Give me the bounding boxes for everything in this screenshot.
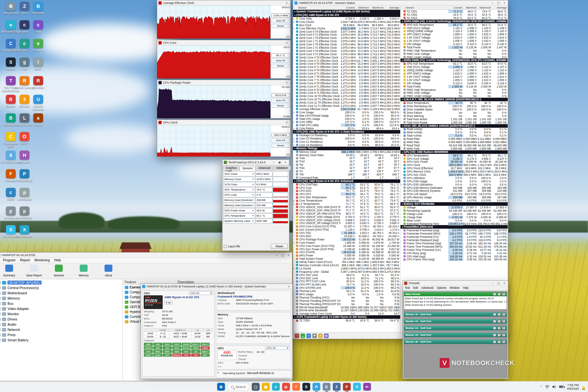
reset-button[interactable]: Reset (271, 24, 290, 28)
sensor-row-cpu-ppt-slow-limit[interactable]: CPU PPT SLOW Limit74.7 %16.0 %100.0 %80.… (293, 283, 400, 286)
grid-icon[interactable]: ▦ (324, 334, 329, 338)
sensor-row-1-0v-vout-voltage[interactable]: 1.0V VOUT Voltage1.005 V0.990 V1.010 V1.… (400, 78, 508, 82)
sensor-row-read-activity[interactable]: Read Activity0.4 %0.0 %9.2 %0.1 % (400, 128, 508, 131)
sensor-row-zen5-core-3-t1-effective-clock[interactable]: Zen5 Core 3 T1 Effective Clock3,078.4 MH… (293, 53, 400, 56)
sensor-row-trp[interactable]: Trp16 T16 T46 T30 T (293, 163, 400, 166)
sensor-row-zen5c-core-10-t1-effective-clock[interactable]: Zen5c Core 10 T1 Effective Clock2,273.4 … (293, 98, 400, 101)
sensor-row-1-0v-vout-voltage[interactable]: 1.0V VOUT Voltage1.005 V1.005 V1.010 V1.… (400, 39, 508, 42)
gear-icon[interactable]: ✱ (312, 334, 317, 338)
sensor-row-core-clocks[interactable]: ▸Core Clocks2,526.7 MHz1,576.5 MHz4,831.… (293, 20, 400, 24)
desktop-icon-ricochet[interactable]: RRicochet (28, 76, 48, 89)
expand-icon[interactable]: + (0, 286, 1, 289)
close-icon[interactable]: × (502, 320, 505, 323)
close-icon[interactable]: × (502, 327, 505, 330)
prime95-titlebar[interactable]: Prime95 – ▢ × (403, 281, 508, 286)
sensor-row-zen5c-core-9-t1-effective-clock[interactable]: Zen5c Core 9 T1 Effective Clock2,273.4 M… (293, 91, 400, 94)
sensor-row-trcd[interactable]: Trcd16 T16 T46 T30 T (293, 160, 400, 163)
sensor-row-zen5c-core-5-t0-effective-clock[interactable]: Zen5c Core 5 T0 Effective Clock2,273.4 M… (293, 62, 400, 65)
desktop-icon-amold[interactable]: aamold (28, 113, 48, 126)
close-icon[interactable]: × (502, 1, 507, 5)
sensor-row-cpu-vddcr-sr-voltage-svi3-tfn[interactable]: CPU VDDCR_SR Voltage (SVI3 TFN)0.653 V0.… (293, 221, 400, 225)
menu-program[interactable]: Program (3, 258, 15, 263)
sensor-row-pmic-under-voltage[interactable]: PMIC Under VoltageNoNoNo0 % (400, 56, 508, 59)
sensor-section-drive-wd-black-sn850x-1000gb-24253y802160-c[interactable]: ▾Drive: WD_BLACK SN850X 1000GB (24253Y80… (400, 124, 508, 128)
close-icon[interactable]: × (286, 253, 291, 257)
sensor-row-max-cpu-thread-usage[interactable]: Max CPU/Thread Usage100.0 %6.7 %100.0 %9… (293, 114, 400, 117)
sensor-row-core-vids[interactable]: ▸Core VIDs0.763 V0.320 V1.195 V0.810 V (293, 17, 400, 20)
graph-titlebar[interactable]: GPU Clock × (157, 120, 290, 125)
speaker-icon[interactable] (552, 385, 556, 389)
sensor-row-zen5c-core-11-t0-effective-clock[interactable]: Zen5c Core 11 T0 Effective Clock2,273.4 … (293, 101, 400, 104)
sensor-row-core-c6-residency[interactable]: ▸Core C6 Residency0.0 %0.0 %99.6 %10.2 % (293, 143, 400, 147)
sensor-row-infinity-fabric-clock-fclk[interactable]: Infinity Fabric Clock (FCLK)783.4 MHz499… (293, 260, 400, 264)
sensor-row-zen5c-core-10-t0-effective-clock[interactable]: Zen5c Core 10 T0 Effective Clock2,273.4 … (293, 94, 400, 98)
sensor-row-cpu-soc-power-svi3-tfn[interactable]: CPU SoC Power (SVI3 TFN)0.768 W0.466 W1.… (293, 248, 400, 251)
sensor-row-package-c6-residency[interactable]: Package C6 Residency0.0 %0.0 %52.9 %4.5 … (293, 134, 400, 137)
sensor-row-framerate-presented-avg[interactable]: Framerate Presented (avg)6.4 FPS5.5 FPS1… (400, 229, 508, 232)
gpuz-titlebar[interactable]: TechPowerUp GPU-Z 2.64.0 – ◉ × (222, 160, 289, 165)
sensor-row-cpu-core-power-svi3-tfn[interactable]: CPU Core Power (SVI3 TFN)24.490 W2.326 W… (293, 244, 400, 248)
gauge-icon[interactable]: ◔ (295, 334, 299, 338)
sensor-row-total-host-reads[interactable]: Total Host Reads1,065 GB1,065 GB1,065 GB… (400, 121, 508, 124)
taskbar-hwinfo-icon[interactable]: H (312, 383, 320, 391)
gpuz-sensor-selector[interactable]: System Memory Used▼ (223, 219, 255, 223)
tree-item-bus[interactable]: +Bus (0, 301, 122, 306)
sensor-row-zen5c-core-11-t1-effective-clock[interactable]: Zen5c Core 11 T1 Effective Clock2,273.4 … (293, 104, 400, 107)
gpuz-sensor-selector[interactable]: Memory Used (Dedicated)▼ (223, 198, 255, 203)
expand-icon[interactable]: + (0, 307, 1, 310)
gpuz-sensor-selector[interactable]: SOC Temperature▼ (223, 187, 255, 192)
gpuz-reset-button[interactable]: Reset (271, 244, 288, 249)
sensor-row-zen5-core-2-t0-effective-clock[interactable]: Zen5 Core 2 T0 Effective Clock3,078.4 MH… (293, 43, 400, 46)
sensor-row-framerate-presented-99[interactable]: Framerate Presented (99%)125.1 FPS62.7 F… (400, 232, 508, 235)
taskbar-steam-icon[interactable]: S (302, 383, 310, 391)
close-icon[interactable]: × (502, 334, 505, 336)
gpuz-tab-graphics-card[interactable]: Graphics Card (223, 166, 239, 170)
sensor-section-battery-nvt-frangwa[interactable]: ▾Battery: NVT FRANGWA (400, 202, 508, 206)
sensor-row-tcas[interactable]: Tcas22 T22 T46 T34 T (293, 157, 400, 160)
prime95-main-thread-window[interactable]: Main thread _ □ × [Main thread Apr 8 19:… (404, 292, 507, 310)
prime95-menu-help[interactable]: Help (463, 286, 468, 290)
reset-button[interactable]: Reset (271, 64, 290, 68)
desktop-icon-ubisoft-connect[interactable]: UUbisoft Connect (28, 95, 48, 111)
sensor-row-gpu-clock-effective[interactable]: GPU Clock (Effective)18.7 MHz18.6 MHz422… (400, 167, 508, 170)
sensor-row-pmic-over-voltage[interactable]: PMIC Over VoltageNoNoNo0 % (400, 91, 508, 94)
minimize-icon[interactable]: – (490, 282, 495, 285)
sensor-row-core-utility[interactable]: ▸Core Utility127.3 %0.1 %186.0 %112.8 % (293, 121, 400, 124)
close-icon[interactable]: × (502, 313, 505, 316)
sensor-row-gpu-core-voltage[interactable]: GPU Core Voltage0.196 V0.175 V0.858 V0.2… (400, 157, 508, 160)
sensor-row-total-activity[interactable]: Total Activity0.4 %0.0 %9.6 %0.2 % (400, 134, 508, 137)
sensor-row-thermal-throttling-htc[interactable]: Thermal Throttling (HTC)NoNoNo0 % (293, 296, 400, 299)
sensor-row-l3-clocks[interactable]: ▸L3 Clocks2,668.2 MHz1,874.5 MHz4,482.5 … (293, 267, 400, 270)
worker-window-worker-2-self-test[interactable]: Worker #2 - Self-Test_□× (404, 312, 507, 317)
sensor-section-ddr5-dimm-0-a-data-technology-ad5s560016g-sfw-p0-channel-a-dimm-0[interactable]: ▾DDR5 DIMM [#0]: A-DATA Technology AD5S5… (400, 20, 508, 23)
taskbar-start-icon[interactable]: ⊞ (217, 383, 225, 391)
sensor-row-frame-time-presented-1[interactable]: Frame Time Presented (1%)8.00 ms5.38 ms1… (400, 248, 508, 252)
desktop-icon-emage[interactable]: eemage (28, 39, 48, 52)
desktop-icon-occt[interactable]: OOCCT (14, 132, 35, 145)
gpuz-sensor-selector[interactable]: CPU Temperature▼ (223, 213, 255, 218)
sensor-row-zen5c-core-5-t1-effective-clock[interactable]: Zen5c Core 5 T1 Effective Clock2,273.4 M… (293, 65, 400, 69)
log-to-file-checkbox[interactable]: Log to file (224, 245, 240, 248)
sensor-row-vin-voltage[interactable]: VIN Voltage5.110 V5.040 V5.180 V5.119 V (400, 82, 508, 85)
sensor-row-pmic-high-temperature[interactable]: PMIC High TemperatureNoNoNo0 % (400, 49, 508, 52)
taskbar-task-view-icon[interactable]: ▢ (252, 383, 259, 391)
sensor-section-presentmon-dwm-exe[interactable]: ▾PresentMon [dwm.exe] (400, 225, 508, 229)
gpuz-sensor-selector[interactable]: GPU Clock▼ (223, 172, 255, 176)
sensor-row-average-effective-clock[interactable]: Average Effective Clock2,541.5 MHz51.7 M… (293, 107, 400, 111)
maximize-icon[interactable]: ▢ (280, 253, 285, 257)
toolbar-summary[interactable]: Summary (0, 265, 20, 278)
sensor-row-core-effective-clocks[interactable]: ▸Core Effective Clocks2,541.5 MHz2.3 MHz… (293, 27, 400, 30)
tree-item-smart-battery[interactable]: +Smart Battery (0, 337, 122, 343)
sensor-row-zen5-core-3-t0-effective-clock[interactable]: Zen5 Core 3 T0 Effective Clock3,078.4 MH… (293, 49, 400, 53)
sensor-row-cpu-tdc-limit[interactable]: CPU TDC Limit58.0 %5.2 %84.7 %54.3 % (293, 273, 400, 277)
minimize-icon[interactable]: _ (493, 334, 496, 336)
sensor-row-cpu-vddcr-sr-vrm-svi3-tfn[interactable]: CPU VDDCR_SR VRM (SVI3 TFN)56.0 °C44.0 °… (293, 212, 400, 215)
tree-item-audio[interactable]: +Audio (0, 322, 122, 327)
sensor-section-gpu-0-amd-radeon-880m-890m[interactable]: ▾GPU [#0]: AMD Radeon 880M/890M (400, 150, 508, 154)
sensor-row-core-powers[interactable]: ▸Core Powers1.865 W0.006 W4.878 W1.746 W (293, 241, 400, 244)
sensor-row-npu-usage[interactable]: NPU Usage0.0 %0.0 %1.0 %0.0 % (293, 293, 400, 296)
sensor-row-total-cpu-usage[interactable]: Total CPU Usage100.0 %1.6 %100.0 %88.6 % (293, 117, 400, 121)
sensor-row-voltage[interactable]: Voltage17.679 V17.387 V17.679 V17.663 V (400, 206, 508, 209)
minimize-icon[interactable]: – (490, 1, 495, 5)
sensor-row-zen5c-core-4-t1-effective-clock[interactable]: Zen5c Core 4 T1 Effective Clock2,273.4 M… (293, 59, 400, 62)
